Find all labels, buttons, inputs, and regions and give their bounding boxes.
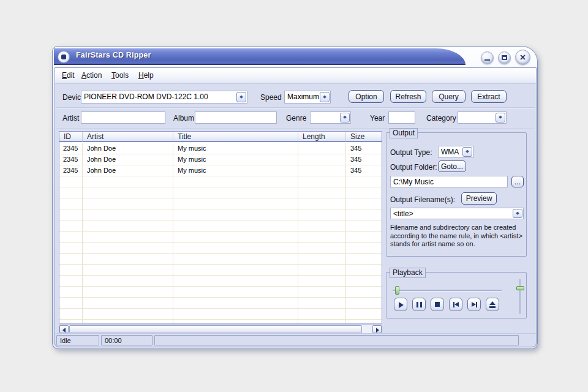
year-label: Year bbox=[370, 114, 385, 123]
scroll-left-button[interactable] bbox=[59, 325, 69, 333]
column-header-size[interactable]: Size bbox=[346, 132, 382, 141]
play-icon bbox=[399, 302, 404, 308]
column-header-artist[interactable]: Artist bbox=[83, 132, 173, 141]
category-select[interactable]: ◆ bbox=[458, 111, 507, 124]
stop-icon bbox=[435, 302, 440, 307]
next-track-button[interactable] bbox=[467, 298, 481, 311]
status-state: Idle bbox=[56, 335, 99, 345]
menu-action[interactable]: Action bbox=[81, 71, 102, 80]
seek-slider[interactable] bbox=[393, 290, 502, 292]
genre-dropdown-icon[interactable]: ◆ bbox=[340, 113, 350, 123]
scroll-right-button[interactable] bbox=[372, 325, 382, 333]
table-row[interactable]: 2345 John Doe My music 345 bbox=[59, 165, 382, 176]
speed-select[interactable]: Maximum ◆ bbox=[284, 91, 331, 104]
status-time: 00:00 bbox=[101, 335, 153, 345]
diamond-icon: ◆ bbox=[341, 115, 349, 119]
minimize-button[interactable] bbox=[481, 51, 494, 64]
close-icon: × bbox=[516, 51, 530, 64]
app-icon-dot bbox=[61, 55, 66, 59]
scrollbar-thumb[interactable] bbox=[69, 325, 362, 333]
diamond-icon: ◆ bbox=[513, 211, 522, 216]
window-title: FairStars CD Ripper bbox=[76, 51, 151, 59]
cell-size: 345 bbox=[350, 154, 380, 165]
device-select[interactable]: PIONEER DVD-ROM DVD-122C 1.00 ◆ bbox=[81, 91, 247, 104]
app-window: FairStars CD Ripper × Edit Action Tools … bbox=[52, 46, 538, 349]
volume-slider-thumb[interactable] bbox=[516, 286, 524, 290]
speed-dropdown-icon[interactable]: ◆ bbox=[320, 92, 330, 102]
track-table[interactable]: ID Artist Title Length Size 2345 John Do… bbox=[59, 131, 382, 323]
category-label: Category bbox=[426, 114, 456, 123]
play-button[interactable] bbox=[394, 298, 407, 311]
cell-artist: John Doe bbox=[87, 154, 170, 165]
divider bbox=[56, 107, 535, 108]
previous-icon bbox=[454, 302, 459, 307]
genre-select[interactable]: ◆ bbox=[310, 111, 351, 124]
diamond-icon: ◆ bbox=[496, 115, 505, 119]
previous-track-button[interactable] bbox=[449, 298, 462, 311]
preview-button[interactable]: Preview bbox=[461, 192, 497, 205]
cell-title: My music bbox=[178, 143, 294, 154]
maximize-button[interactable] bbox=[498, 51, 511, 64]
output-type-select[interactable]: WMA ◆ bbox=[438, 146, 473, 158]
minimize-icon bbox=[484, 59, 490, 61]
column-header-id[interactable]: ID bbox=[59, 132, 83, 141]
output-type-label: Output Type: bbox=[390, 148, 432, 157]
divider bbox=[56, 128, 535, 129]
next-icon bbox=[472, 302, 476, 307]
horizontal-scrollbar[interactable] bbox=[59, 325, 382, 334]
artist-input[interactable] bbox=[81, 111, 165, 124]
menu-help[interactable]: Help bbox=[138, 71, 154, 80]
cell-artist: John Doe bbox=[87, 143, 170, 154]
eject-icon bbox=[489, 301, 496, 305]
output-group-legend: Output bbox=[390, 128, 418, 138]
year-input[interactable] bbox=[388, 111, 415, 124]
browse-button[interactable]: ... bbox=[511, 176, 524, 187]
category-dropdown-icon[interactable]: ◆ bbox=[496, 113, 505, 123]
statusbar: Idle 00:00 bbox=[55, 333, 536, 347]
output-type-dropdown-icon[interactable]: ◆ bbox=[462, 147, 472, 157]
column-header-title[interactable]: Title bbox=[173, 132, 298, 141]
output-group: Output Output Type: WMA ◆ Output Folder:… bbox=[386, 132, 527, 257]
option-button[interactable]: Option bbox=[349, 90, 384, 103]
query-button[interactable]: Query bbox=[432, 90, 466, 103]
filename-dropdown-icon[interactable]: ◆ bbox=[513, 209, 522, 218]
table-row[interactable]: 2345 John Doe My music 345 bbox=[59, 154, 382, 165]
eject-icon bbox=[489, 306, 496, 308]
pause-button[interactable] bbox=[412, 298, 426, 311]
output-folder-input[interactable]: C:\My Music bbox=[390, 176, 508, 187]
refresh-button[interactable]: Refresh bbox=[390, 90, 426, 103]
output-folder-label: Output Folder: bbox=[390, 163, 437, 172]
album-input[interactable] bbox=[195, 111, 277, 124]
device-dropdown-icon[interactable]: ◆ bbox=[236, 92, 246, 102]
output-filename-label: Output Filename(s): bbox=[390, 195, 455, 204]
cell-id: 2345 bbox=[63, 154, 80, 165]
status-info bbox=[154, 335, 519, 345]
goto-button[interactable]: Goto... bbox=[438, 160, 466, 172]
app-icon[interactable] bbox=[58, 51, 70, 63]
titlebar[interactable]: FairStars CD Ripper × bbox=[53, 47, 537, 67]
table-row[interactable]: 2345 John Doe My music 345 bbox=[59, 143, 382, 154]
filename-rule-note: Filename and subdirectory can be created… bbox=[390, 224, 524, 249]
diamond-icon: ◆ bbox=[320, 94, 329, 99]
menu-tools[interactable]: Tools bbox=[111, 71, 129, 80]
filename-pattern-value: <title> bbox=[393, 209, 512, 218]
diamond-icon: ◆ bbox=[463, 149, 472, 154]
filename-pattern-select[interactable]: <title> ◆ bbox=[390, 208, 524, 219]
seek-slider-thumb[interactable] bbox=[395, 286, 399, 295]
stop-button[interactable] bbox=[431, 298, 444, 311]
column-header-length[interactable]: Length bbox=[298, 132, 346, 141]
volume-slider[interactable] bbox=[519, 279, 521, 314]
cell-id: 2345 bbox=[63, 165, 80, 176]
cell-size: 345 bbox=[350, 143, 380, 154]
cell-title: My music bbox=[178, 154, 294, 165]
speed-value: Maximum bbox=[287, 92, 319, 101]
close-button[interactable]: × bbox=[515, 50, 530, 65]
cell-id: 2345 bbox=[63, 143, 80, 154]
cell-title: My music bbox=[178, 165, 294, 176]
menu-edit[interactable]: Edit bbox=[62, 71, 75, 80]
menubar: Edit Action Tools Help bbox=[55, 68, 536, 84]
diamond-icon: ◆ bbox=[237, 94, 246, 99]
extract-button[interactable]: Extract bbox=[471, 90, 507, 103]
playback-group-legend: Playback bbox=[390, 268, 426, 278]
eject-button[interactable] bbox=[486, 298, 499, 311]
